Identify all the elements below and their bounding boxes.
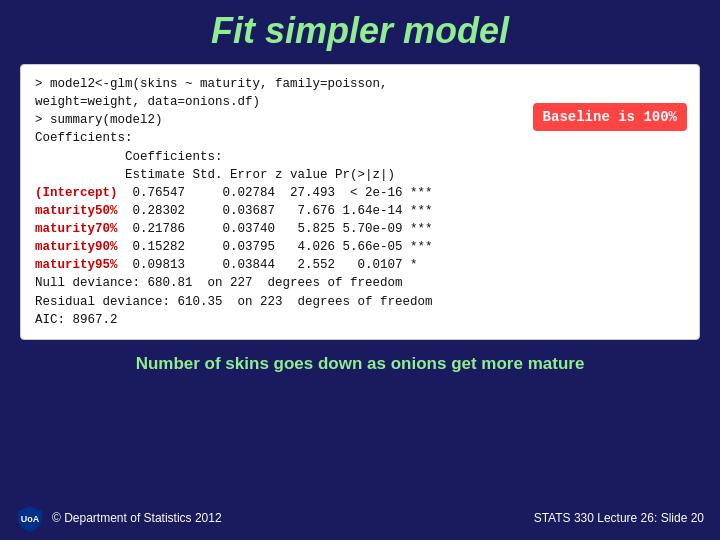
- code-line13: Residual deviance: 610.35 on 223 degrees…: [35, 295, 433, 309]
- code-line11-label: maturity95% 0.09813 0.03844 2.552 0.0107…: [35, 258, 418, 272]
- code-line4: Coefficients:: [35, 131, 133, 145]
- university-shield-icon: UoA: [16, 504, 44, 532]
- code-line5: Coefficients:: [35, 150, 223, 164]
- footer-left: UoA © Department of Statistics 2012: [16, 504, 222, 532]
- slide-title: Fit simpler model: [211, 10, 509, 52]
- slide: Fit simpler model > model2<-glm(skins ~ …: [0, 0, 720, 540]
- subtitle: Number of skins goes down as onions get …: [136, 354, 585, 374]
- code-box: > model2<-glm(skins ~ maturity, family=p…: [20, 64, 700, 340]
- code-line10-label: maturity90% 0.15282 0.03795 4.026 5.66e-…: [35, 240, 433, 254]
- code-line6: Estimate Std. Error z value Pr(>|z|): [35, 168, 395, 182]
- copyright-text: © Department of Statistics 2012: [52, 511, 222, 525]
- code-line9-label: maturity70% 0.21786 0.03740 5.825 5.70e-…: [35, 222, 433, 236]
- code-line8-label: maturity50% 0.28302 0.03687 7.676 1.64e-…: [35, 204, 433, 218]
- code-line12: Null deviance: 680.81 on 227 degrees of …: [35, 276, 403, 290]
- footer: UoA © Department of Statistics 2012 STAT…: [0, 504, 720, 532]
- code-line7-label: (Intercept) 0.76547 0.02784 27.493 < 2e-…: [35, 186, 433, 200]
- code-line2: weight=weight, data=onions.df): [35, 95, 260, 109]
- code-line14: AIC: 8967.2: [35, 313, 118, 327]
- code-line3: > summary(model2): [35, 113, 163, 127]
- slide-info: STATS 330 Lecture 26: Slide 20: [534, 511, 704, 525]
- code-line1: > model2<-glm(skins ~ maturity, family=p…: [35, 77, 388, 91]
- svg-text:UoA: UoA: [21, 514, 40, 524]
- baseline-badge: Baseline is 100%: [533, 103, 687, 131]
